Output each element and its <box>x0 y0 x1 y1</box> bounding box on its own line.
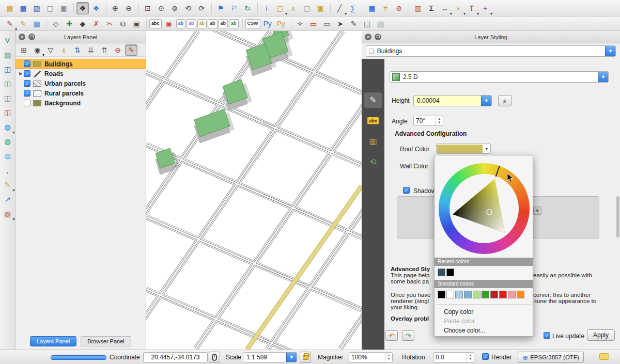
color-swatch[interactable] <box>499 291 507 298</box>
add-raster-layer-icon[interactable]: ▦ <box>2 49 14 61</box>
filter-expression-icon[interactable]: ε <box>58 44 70 56</box>
data-defined-epsilon-button[interactable]: ε <box>498 95 512 106</box>
dashed-rect-icon[interactable]: ▭ <box>321 18 333 30</box>
add-feature-icon[interactable]: ✚ <box>63 18 75 30</box>
add-group-icon[interactable]: ⊞ <box>18 44 30 56</box>
new-print-composer-icon[interactable]: ▢ <box>44 2 56 14</box>
mouse-position-icon[interactable] <box>209 352 220 363</box>
labeling-icon[interactable]: abc <box>149 19 162 28</box>
scale-lock-button[interactable] <box>300 352 311 363</box>
field-calculator-icon[interactable]: # <box>379 2 392 14</box>
label-move-icon[interactable]: ab <box>208 19 218 28</box>
zoom-in-icon[interactable]: ⊕ <box>109 2 121 14</box>
python-console-icon[interactable]: Py <box>261 18 274 30</box>
layer-row-buildings[interactable]: Buildings <box>16 59 146 69</box>
identify-features-icon[interactable]: i <box>260 2 273 14</box>
zoom-full-icon[interactable]: ⊡ <box>142 2 154 14</box>
symbology-tab-icon[interactable]: ✎ <box>364 92 382 108</box>
label-rotate-icon[interactable]: ab <box>219 19 228 28</box>
color-swatch[interactable] <box>508 291 516 298</box>
pan-to-selection-icon[interactable]: ❖ <box>90 2 102 14</box>
layer-visibility-checkbox[interactable] <box>24 80 30 87</box>
select-by-expression-icon[interactable]: ε <box>287 2 300 14</box>
chevron-down-icon[interactable]: ▼ <box>598 72 608 82</box>
remove-layer-icon[interactable]: ⊖ <box>112 44 124 56</box>
crs-status-button[interactable]: ⊕ EPSG:3857 (OTF) <box>518 352 584 363</box>
statistical-summary-icon[interactable]: ∑ <box>347 2 359 14</box>
color-swatch[interactable] <box>490 291 498 298</box>
diagram-tab-icon[interactable]: ▥ <box>364 134 382 149</box>
delete-selected-icon[interactable]: ✗ <box>90 18 102 30</box>
label-properties-icon[interactable]: ab <box>229 19 239 28</box>
renderer-combo[interactable]: 2.5 D ▼ <box>390 71 609 83</box>
pan-map-icon[interactable]: ❖ <box>76 2 89 14</box>
cut-features-icon[interactable]: ✂ <box>103 18 116 30</box>
layer-row-background[interactable]: Background <box>16 98 146 108</box>
zoom-last-icon[interactable]: ⟲ <box>182 2 194 14</box>
chevron-down-icon[interactable]: ▼ <box>286 353 297 362</box>
add-gpx-icon[interactable]: ↗ <box>2 193 14 205</box>
color-swatch[interactable] <box>482 291 489 298</box>
color-swatch[interactable] <box>464 291 472 298</box>
toggle-editing-icon[interactable]: ✎ <box>17 18 29 30</box>
new-shapefile-icon[interactable]: ✎▾ <box>2 179 14 191</box>
current-edits-icon[interactable]: ✎▾ <box>4 18 16 30</box>
spin-arrows-icon[interactable]: ▲▼ <box>385 353 392 362</box>
live-update-checkbox[interactable] <box>544 332 550 339</box>
zoom-to-selection-icon[interactable]: ⊙ <box>155 2 167 14</box>
attribute-table-icon[interactable]: ▦ <box>366 2 378 14</box>
python-plugin-icon[interactable]: Py <box>275 18 287 30</box>
measure-icon[interactable]: ╱▾ <box>333 2 346 14</box>
menu-item-choose-color[interactable]: Choose color... <box>435 326 533 335</box>
color-wheel[interactable] <box>439 163 530 254</box>
angle-spinbox[interactable]: 70° ▲▼ <box>413 116 443 126</box>
sketch-tool-icon[interactable]: ✎ <box>348 18 360 30</box>
apply-button[interactable]: Apply <box>587 329 615 341</box>
shadow-checkbox[interactable] <box>403 187 410 194</box>
expander-icon[interactable]: ▶ <box>18 71 24 76</box>
color-swatch[interactable] <box>446 291 454 298</box>
rotation-spinbox[interactable]: 0.0 ▲▼ <box>433 352 474 362</box>
style-manager-icon[interactable]: ▨▾ <box>2 208 14 220</box>
tab-layers-panel[interactable]: Layers Panel <box>30 336 76 346</box>
color-swatch[interactable] <box>446 268 454 276</box>
horizontal-scrollbar-thumb[interactable] <box>51 355 106 360</box>
chevron-down-icon[interactable]: ▼ <box>483 147 490 151</box>
redo-button[interactable]: ↷ <box>402 330 414 341</box>
move-feature-icon[interactable]: ◆ <box>76 18 89 30</box>
color-swatch[interactable] <box>438 268 445 276</box>
show-bookmarks-icon[interactable]: ⚐ <box>228 2 240 14</box>
add-wcs-layer-icon[interactable]: ◍ <box>2 135 14 148</box>
filter-legend-icon[interactable]: ▽ <box>44 44 57 56</box>
map-canvas[interactable] <box>146 31 362 350</box>
layer-visibility-checkbox[interactable] <box>24 90 30 97</box>
add-mssql-layer-icon[interactable]: ◫ <box>2 92 14 104</box>
add-delimited-text-icon[interactable]: , <box>2 164 14 177</box>
add-postgis-layer-icon[interactable]: ◫ <box>2 63 14 75</box>
hue-triangle[interactable] <box>439 163 530 254</box>
composer-image-icon[interactable]: ▥ <box>375 18 387 30</box>
zoom-out-icon[interactable]: ⊖ <box>122 2 135 14</box>
metasearch-csw-icon[interactable]: CSW <box>245 19 260 28</box>
magnifier-spinbox[interactable]: 100% ▲▼ <box>349 352 393 362</box>
chart-icon[interactable]: ▥ <box>412 2 424 14</box>
chevron-down-icon[interactable]: ▼ <box>533 207 541 215</box>
undo-button[interactable]: ↶ <box>385 330 398 341</box>
collapse-all-icon[interactable]: ⇈ <box>98 44 111 56</box>
open-project-icon[interactable]: ▤ <box>4 2 16 14</box>
deselect-features-icon[interactable]: ▢ <box>301 2 313 14</box>
layer-row-urban-parcels[interactable]: Urban parcels <box>16 78 146 88</box>
color-swatch[interactable] <box>438 291 445 298</box>
layer-visibility-icon[interactable]: ◉▾ <box>31 44 43 56</box>
label-pin-icon[interactable]: ab <box>187 19 196 28</box>
messages-bubble-icon[interactable] <box>599 353 609 360</box>
history-tab-icon[interactable]: ⟲ <box>364 154 382 170</box>
layer-row-rural-parcels[interactable]: Rural parcels <box>16 88 146 98</box>
layer-visibility-checkbox[interactable] <box>24 60 30 67</box>
add-oracle-layer-icon[interactable]: ◫ <box>2 106 14 119</box>
pointer-tool-icon[interactable]: ➤ <box>334 18 347 30</box>
expand-all-icon[interactable]: ⇊ <box>85 44 97 56</box>
add-spatialite-layer-icon[interactable]: ◫ <box>2 77 14 90</box>
new-bookmark-icon[interactable]: ⚑ <box>214 2 227 14</box>
coordinate-input[interactable] <box>143 352 208 362</box>
